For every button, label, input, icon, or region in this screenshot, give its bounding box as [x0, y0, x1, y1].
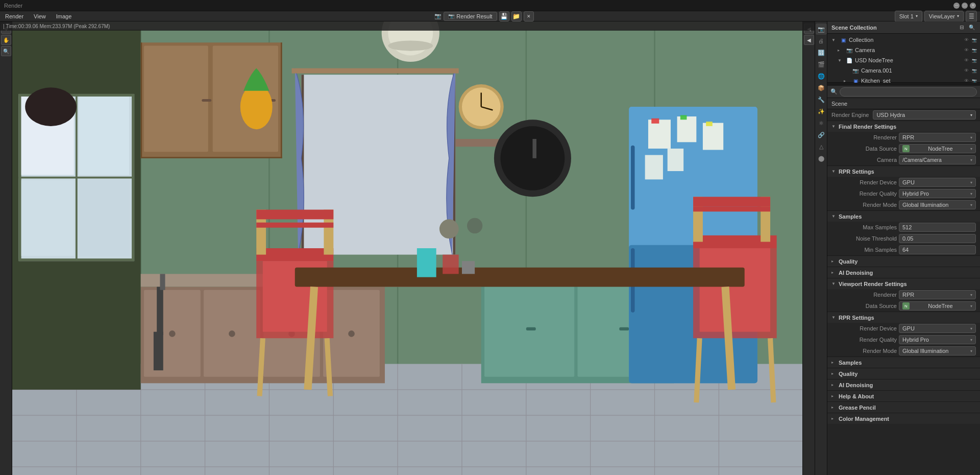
tree-item-camera[interactable]: ▸ 📷 Camera 👁 📷 [827, 45, 980, 55]
prop-value-datasource[interactable]: N NodeTree ▾ [899, 144, 976, 153]
tree-item-camera001[interactable]: 📷 Camera.001 👁 📷 [827, 65, 980, 76]
filter-icon[interactable]: ⊟ [958, 23, 966, 32]
tool-hand[interactable]: ✋ [1, 35, 11, 45]
node-icon: N [902, 145, 910, 152]
header-menu-icon[interactable]: ☰ [966, 11, 977, 22]
section-samples-vp-collapsed[interactable]: ▸ Samples [827, 357, 980, 368]
prop-value-noise[interactable]: 0.05 [899, 234, 976, 243]
search-input[interactable] [840, 87, 977, 97]
search-collection-icon[interactable]: 🔍 [968, 23, 976, 32]
section-ai-vp-collapsed[interactable]: ▸ AI Denoising [827, 379, 980, 390]
close-button[interactable]: ✕ [970, 3, 976, 9]
section-title-quality-c: Quality [839, 258, 857, 265]
cam-icon-3[interactable]: 📷 [971, 67, 978, 74]
prop-icon-world[interactable]: 🌐 [816, 70, 827, 82]
chevron-datasource: ▾ [970, 147, 972, 151]
prop-value-vp-datasource[interactable]: N NodeTree ▾ [899, 301, 976, 311]
tree-item-collection[interactable]: ▼ ▣ Collection 👁 📷 [827, 35, 980, 45]
tool-zoom[interactable]: 🔍 [1, 46, 11, 56]
section-grease[interactable]: ▸ Grease Pencil [827, 401, 980, 413]
prop-icon-output[interactable]: 🖨 [816, 35, 827, 46]
toolbar-folder-icon[interactable]: 📁 [511, 11, 522, 21]
prop-value-vp-renderer[interactable]: RPR ▾ [899, 290, 976, 299]
section-color-mgmt[interactable]: ▸ Color Management [827, 413, 980, 424]
prop-value-quality[interactable]: Hybrid Pro ▾ [899, 189, 976, 198]
prop-icon-view-layer[interactable]: 🔢 [816, 47, 827, 58]
prop-label-renderer: Renderer [836, 134, 897, 140]
section-viewport-render[interactable]: ▼ Viewport Render Settings [827, 278, 980, 289]
prop-value-camera[interactable]: /Camera/Camera ▾ [899, 155, 976, 164]
section-quality-vp-collapsed[interactable]: ▸ Quality [827, 368, 980, 379]
menu-image[interactable]: Image [54, 13, 74, 19]
viewport-container: | Time:00:39.06 Mem:233.97M (Peak 292.67… [0, 21, 815, 475]
prop-value-device[interactable]: GPU ▾ [899, 178, 976, 187]
render-engine-value[interactable]: USD Hydra ▾ [873, 110, 976, 120]
cam-icon-2[interactable]: 📷 [971, 57, 978, 64]
menu-view[interactable]: View [32, 13, 48, 19]
prop-icon-render[interactable]: 📷 [816, 23, 827, 35]
svg-rect-106 [693, 206, 770, 211]
svg-rect-74 [526, 327, 536, 330]
chevron-down-icon: ▾ [970, 113, 972, 117]
scene-collection-header: Scene Collection ⊟ 🔍 [827, 21, 980, 34]
svg-rect-39 [281, 42, 282, 158]
toolbar-save-icon[interactable]: 💾 [499, 11, 509, 21]
prop-label-vp-quality: Render Quality [836, 337, 897, 343]
prop-value-vp-quality[interactable]: Hybrid Pro ▾ [899, 335, 976, 344]
prop-icon-material[interactable]: ⬤ [816, 153, 827, 164]
eye-icon-3[interactable]: 👁 [963, 67, 970, 74]
eye-icon-2[interactable]: 👁 [963, 57, 970, 64]
maximize-button[interactable]: □ [962, 3, 968, 9]
section-quality-collapsed[interactable]: ▸ Quality [827, 255, 980, 267]
scene-collection-title: Scene Collection [831, 25, 877, 31]
section-samples[interactable]: ▼ Samples [827, 210, 980, 222]
eye-icon-0[interactable]: 👁 [963, 36, 970, 43]
svg-rect-115 [443, 255, 458, 274]
prop-icon-constraints[interactable]: 🔗 [816, 129, 827, 140]
cam-icon-1[interactable]: 📷 [971, 46, 978, 54]
svg-rect-96 [256, 209, 333, 219]
section-rpr-final[interactable]: ▼ RPR Settings [827, 165, 980, 177]
section-help[interactable]: ▸ Help & About [827, 390, 980, 401]
prop-icon-physics[interactable]: ⚛ [816, 117, 827, 129]
tree-item-usd[interactable]: ▼ 📄 USD NodeTree 👁 📷 [827, 55, 980, 65]
prop-icon-modifier[interactable]: 🔧 [816, 94, 827, 105]
svg-rect-87 [680, 115, 687, 120]
menu-render[interactable]: Render [3, 13, 26, 19]
toolbar-close-render[interactable]: ✕ [524, 11, 534, 21]
chevron-vp-mode: ▾ [970, 349, 972, 353]
minimize-button[interactable]: ─ [953, 3, 960, 9]
svg-rect-120 [154, 332, 163, 371]
svg-point-110 [240, 84, 273, 129]
prop-label-quality: Render Quality [836, 191, 897, 197]
scene-label: Scene [831, 101, 847, 107]
prop-value-minsamples[interactable]: 64 [899, 245, 976, 254]
prop-label-vp-datasource: Data Source [836, 303, 897, 309]
section-ai-denoising-collapsed[interactable]: ▸ AI Denoising [827, 267, 980, 278]
eye-icon-1[interactable]: 👁 [963, 46, 970, 54]
prop-row-minsamples: Min Samples 64 [827, 244, 980, 255]
slot-select[interactable]: Slot 1 ▾ [895, 11, 922, 22]
prop-value-renderer[interactable]: RPR ▾ [899, 133, 976, 142]
prop-value-maxsamples[interactable]: 512 [899, 223, 976, 232]
prop-vp-renderer-text: RPR [902, 292, 914, 298]
tree-arrow-0: ▼ [831, 38, 838, 42]
section-final-render[interactable]: ▼ Final Render Settings [827, 121, 980, 132]
prop-icon-particles[interactable]: ✨ [816, 106, 827, 117]
prop-vp-device-text: GPU [902, 325, 915, 331]
prop-icon-scene[interactable]: 🎬 [816, 59, 827, 70]
section-arrow-help: ▸ [831, 394, 837, 398]
section-arrow-rpr: ▼ [831, 169, 837, 174]
rto-nav-icon-2[interactable]: ◀ [804, 35, 814, 45]
chevron-quality: ▾ [970, 192, 972, 196]
svg-line-92 [260, 338, 263, 396]
tree-label-usd: USD NodeTree [855, 57, 961, 63]
prop-value-vp-device[interactable]: GPU ▾ [899, 324, 976, 333]
view-layer-select[interactable]: ViewLayer ▾ [924, 11, 964, 22]
prop-value-vp-mode[interactable]: Global Illumination ▾ [899, 346, 976, 355]
section-rpr-viewport[interactable]: ▼ RPR Settings [827, 312, 980, 323]
cam-icon-0[interactable]: 📷 [971, 36, 978, 43]
prop-value-mode[interactable]: Global Illumination ▾ [899, 200, 976, 209]
prop-icon-object[interactable]: 📦 [816, 82, 827, 93]
prop-icon-data[interactable]: △ [816, 141, 827, 152]
